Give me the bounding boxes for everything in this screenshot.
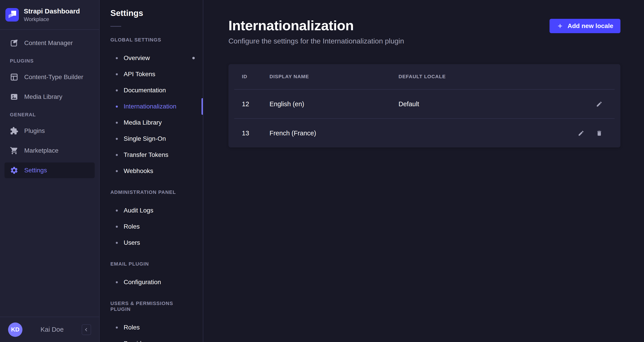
subnav-item-label: Transfer Tokens [124,151,168,159]
bullet-icon [116,327,118,329]
subnav-item-media-library[interactable]: Media Library [100,115,203,131]
nav-item-content-manager[interactable]: Content Manager [4,35,95,51]
app-root: Strapi Dashboard Workplace Content Manag… [0,0,644,342]
subnav-item-label: Roles [124,324,140,331]
collapse-sidebar-button[interactable] [82,324,91,335]
bullet-icon [116,170,118,172]
subnav-item-label: Overview [124,54,150,62]
edit-locale-button[interactable] [596,101,602,107]
trash-icon [596,130,602,137]
main-sidebar: Strapi Dashboard Workplace Content Manag… [0,0,100,342]
nav-item-label: Content-Type Builder [24,73,83,81]
bullet-icon [116,154,118,156]
subnav-section-email-plugin: EMAIL PLUGIN [110,261,192,267]
sidebar-footer: KD Kai Doe [0,317,99,342]
page-header: Internationalization Configure the setti… [228,17,620,45]
notification-dot-icon [192,57,195,59]
subnav-item-single-sign-on[interactable]: Single Sign-On [100,131,203,147]
subnav-section-global-settings: GLOBAL SETTINGS [110,37,192,43]
column-header-default-locale: DEFAULT LOCALE [398,74,577,80]
nav-item-content-type-builder[interactable]: Content-Type Builder [4,69,95,85]
subnav-item-api-tokens[interactable]: API Tokens [100,66,203,82]
avatar[interactable]: KD [8,323,22,337]
brand-subtitle: Workplace [24,16,80,22]
subnav-item-documentation[interactable]: Documentation [100,82,203,98]
pencil-icon [596,101,602,107]
settings-sidebar: Settings GLOBAL SETTINGS Overview API To… [100,0,203,342]
subnav-item-label: Users [124,239,140,246]
pen-icon [10,39,18,47]
bullet-icon [116,226,118,228]
cart-icon [10,146,18,155]
add-button-label: Add new locale [568,22,613,30]
subnav-item-transfer-tokens[interactable]: Transfer Tokens [100,147,203,163]
subnav-item-admin-roles[interactable]: Roles [100,218,203,235]
subnav-section-administration-panel: ADMINISTRATION PANEL [110,189,192,195]
nav-section-plugins: PLUGINS [10,58,99,64]
table-row-english[interactable]: 12 English (en) Default [228,90,620,118]
nav-item-settings[interactable]: Settings [4,163,95,178]
strapi-logo-icon[interactable] [6,8,19,21]
subnav-item-webhooks[interactable]: Webhooks [100,163,203,179]
subnav-item-label: Configuration [124,279,161,286]
subnav-item-label: Providers [124,340,150,342]
edit-locale-button[interactable] [578,130,584,137]
bullet-icon [116,89,118,91]
bullet-icon [116,242,118,244]
cell-id: 12 [242,100,270,108]
image-icon [10,93,18,101]
nav-item-media-library[interactable]: Media Library [4,89,95,105]
locales-table: ID DISPLAY NAME DEFAULT LOCALE 12 Englis… [228,64,620,148]
active-indicator-bar [202,98,203,115]
subnav-item-label: Media Library [124,119,162,126]
subnav-item-up-roles[interactable]: Roles [100,319,203,336]
bullet-icon [116,122,118,124]
page-subtitle: Configure the settings for the Internati… [228,37,404,45]
delete-locale-button[interactable] [596,130,602,137]
subnav-item-label: Internationalization [124,103,176,110]
subnav-item-label: Roles [124,223,140,230]
cell-default-locale: Default [398,100,577,108]
brand: Strapi Dashboard Workplace [0,0,99,30]
table-header-row: ID DISPLAY NAME DEFAULT LOCALE [228,64,620,89]
main-content: Internationalization Configure the setti… [203,0,644,342]
add-new-locale-button[interactable]: Add new locale [550,19,620,33]
column-header-display-name: DISPLAY NAME [270,74,398,80]
subnav-item-label: Audit Logs [124,207,153,214]
nav-item-label: Content Manager [24,39,73,47]
subnav-item-label: Webhooks [124,168,153,174]
cell-id: 13 [242,130,270,137]
cell-display-name: English (en) [270,100,398,108]
page-title: Internationalization [228,17,404,33]
nav-item-marketplace[interactable]: Marketplace [4,143,95,159]
main-nav-list: Content Manager PLUGINS Content-Type Bui… [0,30,99,317]
subnav-item-configuration[interactable]: Configuration [100,274,203,290]
user-name: Kai Doe [22,326,82,333]
subnav-item-internationalization[interactable]: Internationalization [100,98,203,115]
column-header-id: ID [242,74,270,80]
nav-item-label: Plugins [24,127,45,135]
subnav-item-users[interactable]: Users [100,235,203,251]
bullet-icon [116,138,118,140]
puzzle-icon [10,127,18,135]
table-row-french[interactable]: 13 French (France) [228,119,620,148]
nav-item-label: Settings [24,167,47,174]
subnav-item-audit-logs[interactable]: Audit Logs [100,202,203,218]
nav-item-label: Marketplace [24,147,58,154]
bullet-icon [116,57,118,59]
bullet-icon [116,106,118,108]
bullet-icon [116,281,118,283]
subnav-section-users-permissions-plugin: USERS & PERMISSIONS PLUGIN [110,301,192,312]
pencil-icon [578,130,584,137]
nav-item-plugins[interactable]: Plugins [4,123,95,139]
subnav-item-label: API Tokens [124,71,155,78]
chevron-left-icon [84,327,89,333]
subnav-item-overview[interactable]: Overview [100,50,203,66]
plus-icon [557,23,564,29]
subnav-item-providers[interactable]: Providers [100,336,203,342]
bullet-icon [116,209,118,211]
subnav-divider [110,26,121,27]
subnav-title: Settings [110,8,203,18]
bullet-icon [116,73,118,75]
cell-display-name: French (France) [270,130,398,137]
